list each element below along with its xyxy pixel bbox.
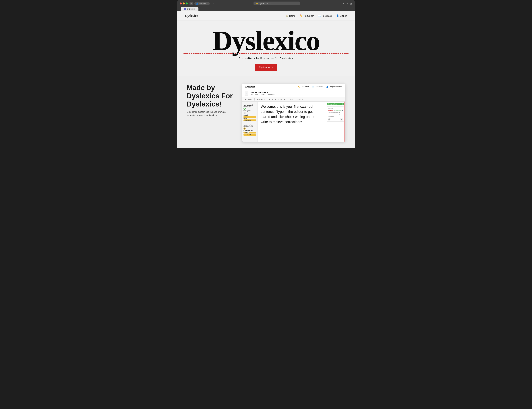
nav-texteditor-label: TextEditor xyxy=(304,15,314,17)
toolbar-divider-1 xyxy=(254,98,255,101)
window-icon: ⊞ xyxy=(189,2,193,5)
nav-feedback-label: Feedback xyxy=(322,15,332,17)
address-bar[interactable]: 🔒 dyslexi.co ↻ xyxy=(253,1,300,5)
envelope-icon: ✉️ xyxy=(318,14,321,17)
new-tab-icon[interactable]: ＋ xyxy=(346,2,349,5)
tab-bar: dyslexi.co xyxy=(180,7,352,11)
voice-value[interactable]: Samantha ⌄ xyxy=(243,120,256,121)
toolbar-font[interactable]: Helvetica ⌄ xyxy=(256,98,265,100)
voice-label: Voice xyxy=(243,118,256,120)
tts-play-button[interactable]: ▶ xyxy=(243,108,246,110)
correction-actions: 💬 🗑 xyxy=(328,118,343,121)
audio-icon[interactable]: 🔊 xyxy=(341,110,343,111)
profile-pill[interactable]: 👤 Personal ⌄ xyxy=(194,2,210,5)
address-bar-container: 🔒 dyslexi.co ↻ xyxy=(216,1,337,5)
app-nav-feedback[interactable]: ✉️ Feedback xyxy=(312,86,323,88)
toolbar-fontsize-up[interactable]: A↑ xyxy=(280,98,282,100)
titlebar: ⊞ 👤 Personal ⌄ ‹ › 🔒 dyslexi.co ↻ ⬇ ⬆ ＋ … xyxy=(180,1,352,7)
suggestions-icon: ⚙ xyxy=(342,103,343,105)
app-envelope-icon: ✉️ xyxy=(312,86,314,88)
suggestions-header: All suggestions ⚙ xyxy=(327,103,344,105)
lock-icon: 🔒 xyxy=(256,2,258,4)
recorded-label: Recorded Text: xyxy=(243,130,256,131)
right-word: example xyxy=(335,110,341,111)
stt-label: Speech to Text xyxy=(243,124,256,126)
forward-button[interactable]: › xyxy=(213,2,214,5)
speed-label: Speed xyxy=(243,114,256,116)
menu-feedback[interactable]: Feedback xyxy=(267,94,274,96)
active-tab[interactable]: dyslexi.co xyxy=(181,7,198,11)
toolbar-letter-spacing[interactable]: Letter Spacing ⌄ xyxy=(290,98,303,100)
app-body: ✕ Text to Speech Begin Speech ▶ End Spee… xyxy=(242,102,345,142)
menu-file[interactable]: File xyxy=(250,94,253,96)
insert-text-button[interactable]: Insert Text ⚙ xyxy=(243,134,256,136)
app-nav-user[interactable]: 👤 Bridget Peterkin xyxy=(326,86,342,88)
stt-section: ✕ Speech to Text Begin Recording 🎤 Recor… xyxy=(243,123,256,136)
hero-section: Dyslexico Corrections by Dyslexics for D… xyxy=(177,21,355,76)
nav-home[interactable]: 🏠 Home xyxy=(286,14,296,17)
nav-signin-label: Sign in xyxy=(340,15,347,17)
close-button[interactable] xyxy=(180,2,182,4)
tab-favicon xyxy=(184,8,186,10)
retry-button[interactable]: Retry 🔄 xyxy=(243,132,256,133)
doc-menu: File Edit Tools Feedback xyxy=(250,94,274,96)
suggestions-wrapper: All suggestions ⚙ correction exampel → e… xyxy=(325,102,345,142)
app-editor[interactable]: Welcome, this is your first exampel sent… xyxy=(258,102,325,142)
toolbar-fontsize-down[interactable]: A↓ xyxy=(284,98,286,100)
correction-row: exampel → example 🔊 xyxy=(328,110,343,111)
menu-tools[interactable]: Tools xyxy=(261,94,265,96)
correction-box: correction exampel → example 🔊 it seems … xyxy=(327,106,344,122)
toolbar-divider-2 xyxy=(267,98,267,101)
back-button[interactable]: ‹ xyxy=(212,2,213,5)
comment-button[interactable]: 💬 xyxy=(328,118,330,121)
app-pencil-icon: ✏️ xyxy=(298,86,300,88)
suggestions-label: All suggestions xyxy=(327,103,337,105)
editor-welcome: Welcome, this is your first xyxy=(261,105,300,109)
mic-button[interactable]: 🎤 xyxy=(243,128,246,130)
profile-icon: 👤 xyxy=(196,2,198,5)
app-sidebar: ✕ Text to Speech Begin Speech ▶ End Spee… xyxy=(242,102,258,142)
tts-section: ✕ Text to Speech Begin Speech ▶ End Spee… xyxy=(243,103,256,121)
made-by-text: Made by Dyslexics For Dyslexics! Experie… xyxy=(187,84,236,117)
toolbar-align[interactable]: ≡ xyxy=(278,98,279,100)
nav-texteditor[interactable]: ✏️ TextEditor xyxy=(300,14,314,17)
minimize-button[interactable] xyxy=(183,2,185,4)
profile-label: Personal xyxy=(199,2,206,5)
chevron-down-icon: ⌄ xyxy=(207,2,208,5)
url-text: dyslexi.co xyxy=(259,2,268,5)
download-icon[interactable]: ⬇ xyxy=(339,2,341,5)
tts-close-icon[interactable]: ✕ xyxy=(243,103,245,104)
cta-button[interactable]: Try it now ↗ xyxy=(255,64,277,71)
doc-icon: 📄 xyxy=(245,91,248,96)
toolbar-underline[interactable]: U xyxy=(275,98,276,100)
pencil-icon: ✏️ xyxy=(300,14,303,17)
toolbar-bold[interactable]: B xyxy=(269,98,270,100)
app-nav-texteditor[interactable]: ✏️ TextEditor xyxy=(298,86,309,88)
app-screenshot: Dyslexico ✏️ TextEditor ✉️ Feedback 👤 Br… xyxy=(242,84,345,142)
delete-button[interactable]: 🗑 xyxy=(340,118,343,121)
wrong-word: exampel xyxy=(328,110,333,111)
share-icon[interactable]: ⬆ xyxy=(343,2,345,5)
nav-home-label: Home xyxy=(289,15,296,17)
stt-close-icon[interactable]: ✕ xyxy=(243,123,245,124)
app-logo: Dyslexico xyxy=(245,85,255,88)
home-icon: 🏠 xyxy=(286,14,289,17)
pink-scrollbar[interactable] xyxy=(344,102,345,142)
toolbar-italic[interactable]: I xyxy=(272,98,273,100)
tab-title: dyslexi.co xyxy=(187,8,195,10)
nav-links: 🏠 Home ✏️ TextEditor ✉️ Feedback 👤 Sign … xyxy=(286,14,347,17)
correction-arrow: → xyxy=(334,110,335,111)
made-by-description: Experience custom spelling and grammar c… xyxy=(187,110,236,117)
page-content: Dyslexico 🏠 Home ✏️ TextEditor ✉️ Feedba… xyxy=(177,11,355,148)
fullscreen-button[interactable] xyxy=(186,2,188,4)
app-user-icon: 👤 xyxy=(326,86,328,88)
nav-feedback[interactable]: ✉️ Feedback xyxy=(318,14,332,17)
nav-signin[interactable]: 👤 Sign in xyxy=(336,14,347,17)
menu-edit[interactable]: Edit xyxy=(255,94,258,96)
logo-underline xyxy=(185,18,198,18)
end-speech-button[interactable]: ■ xyxy=(243,112,246,114)
app-suggestions: All suggestions ⚙ correction exampel → e… xyxy=(325,102,345,123)
tabs-icon[interactable]: ▣ xyxy=(350,2,352,5)
toolbar-medium[interactable]: Medium ⌄ xyxy=(245,98,252,100)
speed-value[interactable]: 1.00 xyxy=(243,116,256,118)
